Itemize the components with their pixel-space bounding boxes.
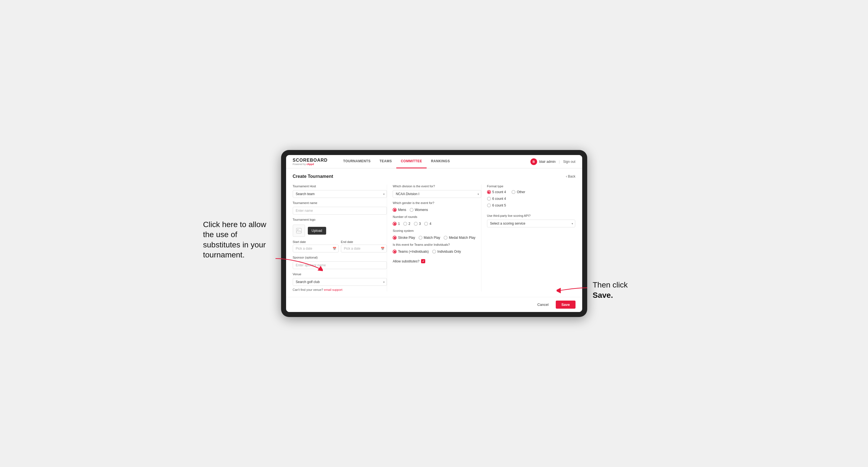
division-wrapper: NCAA Division I — [393, 190, 481, 198]
format-label: Format type — [487, 185, 576, 188]
rounds-3-label: 3 — [419, 222, 421, 226]
annotation-right: Then click Save. — [593, 280, 654, 300]
scoring-medal-match[interactable]: Medal Match Play — [443, 236, 475, 240]
tournament-name-section: Tournament name — [293, 201, 387, 215]
scoring-match-radio[interactable] — [418, 236, 423, 240]
format-5count4-radio[interactable] — [487, 190, 491, 194]
individuals-only-radio[interactable] — [432, 250, 436, 253]
format-6count5-radio[interactable] — [487, 204, 491, 207]
calendar-icon-start: 📅 — [333, 247, 337, 250]
rounds-3-radio[interactable] — [414, 222, 418, 226]
teams-plus[interactable]: Teams (+Individuals) — [393, 250, 429, 253]
tournament-logo-section: Tournament logo Upload — [293, 218, 387, 237]
tablet-frame: SCOREBOARD Powered by clippd TOURNAMENTS… — [281, 150, 587, 317]
substitutes-label: Allow substitutes? — [393, 259, 420, 263]
substitutes-row: Allow substitutes? — [393, 259, 481, 263]
scoring-api-section: Use third-party live scoring API? Select… — [487, 214, 576, 227]
rounds-4[interactable]: 4 — [424, 222, 431, 226]
nav-tournaments[interactable]: TOURNAMENTS — [339, 155, 375, 168]
venue-label: Venue — [293, 273, 387, 276]
scoring-service-wrapper: Select a scoring service — [487, 220, 576, 227]
nav-teams[interactable]: TEAMS — [375, 155, 397, 168]
gender-womens-label: Womens — [415, 208, 428, 212]
start-date-wrapper: 📅 — [293, 245, 339, 252]
dates-section: Start date 📅 End date — [293, 240, 387, 252]
scoring-section: Scoring system Stroke Play Match Play — [393, 229, 481, 240]
nav-rankings[interactable]: RANKINGS — [427, 155, 455, 168]
scoring-api-label: Use third-party live scoring API? — [487, 214, 576, 217]
tournament-host-label: Tournament Host — [293, 185, 387, 188]
allow-substitutes-checkbox[interactable] — [421, 259, 425, 263]
rounds-4-radio[interactable] — [424, 222, 428, 226]
rounds-4-label: 4 — [429, 222, 431, 226]
teams-plus-label: Teams (+Individuals) — [398, 250, 429, 253]
nav-committee[interactable]: COMMITTEE — [396, 155, 427, 168]
scoring-medal-radio[interactable] — [443, 236, 447, 240]
upload-button[interactable]: Upload — [308, 227, 326, 235]
scoring-stroke-label: Stroke Play — [398, 236, 415, 240]
tournament-name-input[interactable] — [293, 207, 387, 215]
format-section: Format type 5 count 4 Other — [487, 185, 576, 207]
rounds-2-radio[interactable] — [403, 222, 407, 226]
form-col-left: Tournament Host Search team Tournament n… — [293, 185, 387, 291]
email-support-link[interactable]: email support — [324, 288, 342, 291]
gender-womens[interactable]: Womens — [410, 208, 428, 212]
venue-section: Venue Search golf club Can't find your v… — [293, 273, 387, 291]
end-date-input[interactable] — [341, 245, 387, 252]
gender-womens-radio[interactable] — [410, 208, 413, 212]
tournament-name-label: Tournament name — [293, 201, 387, 205]
scoring-service-select[interactable]: Select a scoring service — [487, 220, 576, 227]
format-6count5-label: 6 count 5 — [492, 204, 506, 207]
logo-area: SCOREBOARD Powered by clippd — [293, 158, 328, 165]
rounds-2[interactable]: 2 — [403, 222, 410, 226]
gender-mens[interactable]: Mens — [393, 208, 406, 212]
form-col-mid: Which division is the event for? NCAA Di… — [387, 185, 481, 291]
format-6count4[interactable]: 6 count 4 — [487, 197, 576, 201]
venue-select[interactable]: Search golf club — [293, 278, 387, 286]
cancel-button[interactable]: Cancel — [533, 301, 553, 309]
form-col-right: Format type 5 count 4 Other — [481, 185, 576, 291]
scoring-match[interactable]: Match Play — [418, 236, 440, 240]
division-select[interactable]: NCAA Division I — [393, 190, 481, 198]
tournament-host-wrapper: Search team — [293, 190, 387, 198]
logo-upload-area: Upload — [293, 225, 387, 237]
gender-mens-label: Mens — [398, 208, 406, 212]
rounds-1-radio[interactable] — [393, 222, 397, 226]
format-row-1: 5 count 4 Other — [487, 190, 576, 194]
rounds-3[interactable]: 3 — [414, 222, 421, 226]
format-other[interactable]: Other — [512, 190, 525, 194]
end-date-wrapper: 📅 — [341, 245, 387, 252]
form-columns: Tournament Host Search team Tournament n… — [293, 185, 576, 291]
logo-clippd: clippd — [307, 163, 314, 165]
format-5count4-label: 5 count 4 — [492, 190, 506, 194]
sign-out-link[interactable]: Sign out — [563, 160, 575, 164]
format-6count4-radio[interactable] — [487, 197, 491, 201]
annotation-left: Click here to allow the use of substitut… — [203, 220, 276, 260]
individuals-only[interactable]: Individuals Only — [432, 250, 461, 253]
start-date-input[interactable] — [293, 245, 339, 252]
gender-section: Which gender is the event for? Mens Wome… — [393, 201, 481, 212]
tournament-host-section: Tournament Host Search team — [293, 185, 387, 198]
page-title: Create Tournament — [293, 174, 333, 179]
back-link[interactable]: ‹ Back — [566, 175, 575, 178]
page-content: Create Tournament ‹ Back Tournament Host… — [286, 168, 582, 297]
format-6count5[interactable]: 6 count 5 — [487, 204, 576, 207]
user-avatar: B — [530, 158, 537, 165]
rounds-1[interactable]: 1 — [393, 222, 400, 226]
rounds-label: Number of rounds — [393, 215, 481, 218]
navbar: SCOREBOARD Powered by clippd TOURNAMENTS… — [286, 155, 582, 168]
teams-plus-radio[interactable] — [393, 250, 397, 253]
teams-radio-group: Teams (+Individuals) Individuals Only — [393, 250, 481, 253]
scoring-stroke-radio[interactable] — [393, 236, 397, 240]
format-5count4[interactable]: 5 count 4 — [487, 190, 506, 194]
gender-mens-radio[interactable] — [393, 208, 397, 212]
rounds-radio-group: 1 2 3 — [393, 222, 481, 226]
image-icon — [296, 228, 302, 234]
scoring-stroke[interactable]: Stroke Play — [393, 236, 415, 240]
save-button[interactable]: Save — [556, 301, 575, 309]
format-other-radio[interactable] — [512, 190, 516, 194]
tournament-host-select[interactable]: Search team — [293, 190, 387, 198]
division-label: Which division is the event for? — [393, 185, 481, 188]
end-date-label: End date — [341, 240, 387, 244]
start-date-label: Start date — [293, 240, 339, 244]
